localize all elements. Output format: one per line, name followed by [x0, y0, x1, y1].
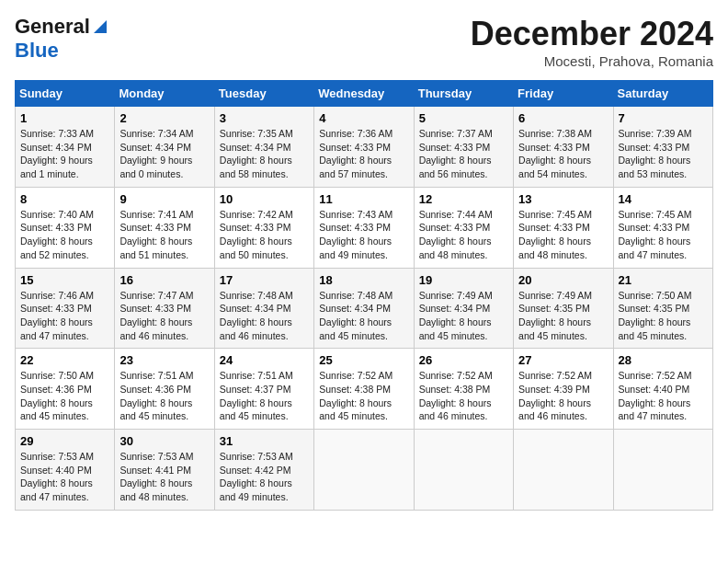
calendar-cell: 13 Sunrise: 7:45 AMSunset: 4:33 PMDaylig… — [514, 187, 613, 268]
day-number: 29 — [20, 434, 109, 448]
month-title: December 2024 — [471, 15, 713, 53]
calendar-cell: 20 Sunrise: 7:49 AMSunset: 4:35 PMDaylig… — [514, 268, 613, 349]
svg-marker-0 — [94, 20, 107, 33]
weekday-header-friday: Friday — [514, 81, 613, 107]
calendar-cell: 19 Sunrise: 7:49 AMSunset: 4:34 PMDaylig… — [414, 268, 513, 349]
day-info: Sunrise: 7:45 AMSunset: 4:33 PMDaylight:… — [518, 209, 592, 260]
title-block: December 2024 Mocesti, Prahova, Romania — [471, 15, 713, 69]
day-number: 21 — [619, 273, 708, 287]
day-number: 27 — [518, 353, 608, 367]
day-info: Sunrise: 7:50 AMSunset: 4:35 PMDaylight:… — [619, 290, 692, 341]
logo-blue-text: Blue — [15, 39, 59, 62]
calendar-cell: 23 Sunrise: 7:51 AMSunset: 4:36 PMDaylig… — [115, 349, 214, 430]
day-info: Sunrise: 7:44 AMSunset: 4:33 PMDaylight:… — [419, 209, 493, 260]
calendar-cell: 27 Sunrise: 7:52 AMSunset: 4:39 PMDaylig… — [514, 349, 613, 430]
day-number: 19 — [419, 273, 508, 287]
calendar-cell: 8 Sunrise: 7:40 AMSunset: 4:33 PMDayligh… — [16, 187, 115, 268]
day-number: 28 — [619, 353, 708, 367]
day-number: 24 — [220, 353, 309, 367]
day-number: 25 — [319, 353, 408, 367]
day-number: 18 — [319, 273, 408, 287]
day-info: Sunrise: 7:39 AMSunset: 4:33 PMDaylight:… — [619, 128, 692, 179]
day-info: Sunrise: 7:53 AMSunset: 4:41 PMDaylight:… — [119, 451, 193, 502]
weekday-header-monday: Monday — [115, 81, 214, 107]
calendar-cell: 5 Sunrise: 7:37 AMSunset: 4:33 PMDayligh… — [414, 107, 513, 188]
day-info: Sunrise: 7:48 AMSunset: 4:34 PMDaylight:… — [220, 290, 293, 341]
calendar-cell: 12 Sunrise: 7:44 AMSunset: 4:33 PMDaylig… — [414, 187, 513, 268]
day-info: Sunrise: 7:38 AMSunset: 4:33 PMDaylight:… — [518, 128, 592, 179]
day-info: Sunrise: 7:53 AMSunset: 4:42 PMDaylight:… — [220, 451, 293, 502]
day-info: Sunrise: 7:49 AMSunset: 4:35 PMDaylight:… — [518, 290, 592, 341]
day-number: 11 — [319, 192, 408, 206]
day-number: 14 — [619, 192, 708, 206]
calendar-cell: 4 Sunrise: 7:36 AMSunset: 4:33 PMDayligh… — [314, 107, 414, 188]
calendar-cell: 7 Sunrise: 7:39 AMSunset: 4:33 PMDayligh… — [613, 107, 712, 188]
day-number: 23 — [119, 353, 209, 367]
logo: General Blue — [15, 15, 108, 63]
calendar-cell — [613, 430, 712, 511]
day-info: Sunrise: 7:36 AMSunset: 4:33 PMDaylight:… — [319, 128, 392, 179]
day-info: Sunrise: 7:49 AMSunset: 4:34 PMDaylight:… — [419, 290, 493, 341]
calendar-cell — [414, 430, 513, 511]
day-number: 26 — [419, 353, 508, 367]
calendar-cell: 16 Sunrise: 7:47 AMSunset: 4:33 PMDaylig… — [115, 268, 214, 349]
calendar-cell: 29 Sunrise: 7:53 AMSunset: 4:40 PMDaylig… — [16, 430, 115, 511]
logo-triangle-icon — [92, 18, 108, 35]
page-header: General Blue December 2024 Mocesti, Prah… — [15, 15, 713, 69]
calendar-cell: 14 Sunrise: 7:45 AMSunset: 4:33 PMDaylig… — [613, 187, 712, 268]
day-info: Sunrise: 7:41 AMSunset: 4:33 PMDaylight:… — [119, 209, 193, 260]
day-number: 13 — [518, 192, 608, 206]
day-number: 5 — [419, 111, 508, 125]
logo-text: General — [15, 15, 90, 39]
calendar-cell: 30 Sunrise: 7:53 AMSunset: 4:41 PMDaylig… — [115, 430, 214, 511]
day-info: Sunrise: 7:42 AMSunset: 4:33 PMDaylight:… — [220, 209, 293, 260]
calendar-cell: 26 Sunrise: 7:52 AMSunset: 4:38 PMDaylig… — [414, 349, 513, 430]
calendar-cell: 9 Sunrise: 7:41 AMSunset: 4:33 PMDayligh… — [115, 187, 214, 268]
day-info: Sunrise: 7:52 AMSunset: 4:38 PMDaylight:… — [419, 370, 493, 421]
day-info: Sunrise: 7:46 AMSunset: 4:33 PMDaylight:… — [20, 290, 94, 341]
day-info: Sunrise: 7:52 AMSunset: 4:38 PMDaylight:… — [319, 370, 392, 421]
weekday-header-wednesday: Wednesday — [314, 81, 414, 107]
day-number: 3 — [220, 111, 309, 125]
calendar-cell: 3 Sunrise: 7:35 AMSunset: 4:34 PMDayligh… — [214, 107, 313, 188]
day-info: Sunrise: 7:34 AMSunset: 4:34 PMDaylight:… — [119, 128, 193, 179]
calendar-cell: 17 Sunrise: 7:48 AMSunset: 4:34 PMDaylig… — [214, 268, 313, 349]
calendar-cell: 11 Sunrise: 7:43 AMSunset: 4:33 PMDaylig… — [314, 187, 414, 268]
weekday-header-saturday: Saturday — [613, 81, 712, 107]
calendar-cell: 22 Sunrise: 7:50 AMSunset: 4:36 PMDaylig… — [16, 349, 115, 430]
calendar-cell — [314, 430, 414, 511]
day-info: Sunrise: 7:43 AMSunset: 4:33 PMDaylight:… — [319, 209, 392, 260]
day-info: Sunrise: 7:40 AMSunset: 4:33 PMDaylight:… — [20, 209, 94, 260]
day-number: 16 — [119, 273, 209, 287]
location-title: Mocesti, Prahova, Romania — [471, 53, 713, 69]
calendar-cell: 31 Sunrise: 7:53 AMSunset: 4:42 PMDaylig… — [214, 430, 313, 511]
calendar-cell: 24 Sunrise: 7:51 AMSunset: 4:37 PMDaylig… — [214, 349, 313, 430]
day-info: Sunrise: 7:45 AMSunset: 4:33 PMDaylight:… — [619, 209, 692, 260]
calendar-cell: 25 Sunrise: 7:52 AMSunset: 4:38 PMDaylig… — [314, 349, 414, 430]
weekday-header-thursday: Thursday — [414, 81, 513, 107]
weekday-header-sunday: Sunday — [16, 81, 115, 107]
calendar-cell: 28 Sunrise: 7:52 AMSunset: 4:40 PMDaylig… — [613, 349, 712, 430]
day-info: Sunrise: 7:52 AMSunset: 4:40 PMDaylight:… — [619, 370, 692, 421]
day-info: Sunrise: 7:47 AMSunset: 4:33 PMDaylight:… — [119, 290, 193, 341]
calendar-cell: 10 Sunrise: 7:42 AMSunset: 4:33 PMDaylig… — [214, 187, 313, 268]
day-number: 17 — [220, 273, 309, 287]
calendar-table: SundayMondayTuesdayWednesdayThursdayFrid… — [15, 80, 713, 511]
day-number: 8 — [20, 192, 109, 206]
calendar-cell: 18 Sunrise: 7:48 AMSunset: 4:34 PMDaylig… — [314, 268, 414, 349]
day-number: 22 — [20, 353, 109, 367]
day-number: 15 — [20, 273, 109, 287]
calendar-cell: 2 Sunrise: 7:34 AMSunset: 4:34 PMDayligh… — [115, 107, 214, 188]
day-info: Sunrise: 7:52 AMSunset: 4:39 PMDaylight:… — [518, 370, 592, 421]
day-number: 30 — [119, 434, 209, 448]
day-number: 12 — [419, 192, 508, 206]
day-number: 20 — [518, 273, 608, 287]
day-number: 9 — [119, 192, 209, 206]
calendar-cell — [514, 430, 613, 511]
day-info: Sunrise: 7:53 AMSunset: 4:40 PMDaylight:… — [20, 451, 94, 502]
day-info: Sunrise: 7:51 AMSunset: 4:36 PMDaylight:… — [119, 370, 193, 421]
day-number: 7 — [619, 111, 708, 125]
calendar-cell: 6 Sunrise: 7:38 AMSunset: 4:33 PMDayligh… — [514, 107, 613, 188]
day-number: 31 — [220, 434, 309, 448]
calendar-cell: 21 Sunrise: 7:50 AMSunset: 4:35 PMDaylig… — [613, 268, 712, 349]
